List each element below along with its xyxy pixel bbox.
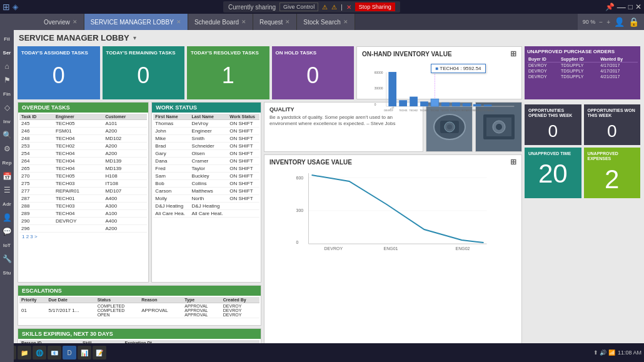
table-row[interactable]: 287TECH01A400 [19, 195, 147, 203]
taskbar-icon-4: D [67, 349, 71, 356]
table-row[interactable]: D&J HeatingD&J Heating [153, 203, 259, 210]
sidebar-item-7[interactable]: ⚙ [1, 143, 13, 155]
maximize-icon[interactable]: □ [628, 3, 633, 11]
sidebar-item-4[interactable]: ⚑ [1, 74, 13, 86]
bar-tech05[interactable] [441, 103, 450, 106]
bar-tech03[interactable] [420, 101, 428, 106]
bar-repair03[interactable] [473, 104, 481, 107]
tab-request-close[interactable]: ✕ [285, 19, 290, 25]
window-close-icon[interactable]: ✕ [635, 3, 641, 11]
wrench-icon: 🔧 [3, 254, 12, 263]
pin-icon[interactable]: 📌 [605, 3, 615, 11]
sidebar-item-5[interactable]: ◇ [1, 101, 13, 114]
give-control-button[interactable]: Give Control [279, 3, 318, 11]
overdue-tasks-header: OVERDUE TASKS [18, 103, 148, 113]
table-row[interactable]: BradSchneiderON SHIFT [153, 143, 259, 150]
tab-service-manager-close[interactable]: ✕ [176, 19, 181, 25]
user-icon[interactable]: 👤 [614, 17, 625, 27]
table-row[interactable]: DEVROYTDSUPPLY4/17/2017 [527, 63, 638, 69]
overdue-tasks-panel: OVERDUE TASKS Task ID Engineer Customer [18, 102, 149, 283]
minimize-icon[interactable]: — [617, 2, 626, 12]
work-status-content: First Name Last Name Work Status ThomasD… [152, 113, 261, 219]
table-row[interactable]: DEVROYTDSUPPLY4/17/2017 [527, 68, 638, 74]
table-row[interactable]: 270TECH05H108 [19, 173, 147, 180]
table-row[interactable]: GaryOlsenON SHIFT [153, 150, 259, 158]
sidebar-item-rep[interactable]: Rep [1, 156, 13, 169]
tab-request[interactable]: Request ✕ [253, 14, 297, 30]
usage-chart-expand[interactable]: ⊞ [510, 158, 516, 166]
chart-expand-icon[interactable]: ⊞ [510, 49, 516, 58]
table-row[interactable]: 245TECH05A101 [19, 120, 147, 128]
table-row[interactable]: 277REPAIR01MD107 [19, 188, 147, 195]
overdue-work-row: OVERDUE TASKS Task ID Engineer Customer [18, 102, 261, 283]
sidebar-item-11[interactable]: 💬 [1, 225, 13, 238]
sidebar-item-stu[interactable]: Stu [1, 266, 13, 279]
tab-overview-close[interactable]: ✕ [73, 19, 78, 25]
taskbar-item-2[interactable]: 🌐 [33, 346, 46, 359]
title-dropdown-arrow[interactable]: ▾ [133, 34, 136, 41]
table-row[interactable]: 275TECH03IT108 [19, 180, 147, 188]
table-row[interactable]: 253TECH02A200 [19, 143, 147, 150]
warning-icon: ⚠ [322, 4, 328, 11]
table-row[interactable]: 296A200 [19, 225, 147, 233]
close-icon[interactable]: ✕ [346, 4, 351, 11]
unapproved-expenses-box: UNAPPROVED EXPENSES 2 [584, 148, 641, 198]
sidebar-item-fin[interactable]: Fin [1, 88, 13, 100]
stop-sharing-button[interactable]: Stop Sharing [355, 3, 395, 11]
bar-tech04[interactable] [431, 99, 439, 106]
bar-repair04[interactable] [484, 104, 492, 106]
table-row[interactable]: BobCollinsON SHIFT [153, 180, 259, 188]
lock-icon[interactable]: 🔒 [628, 17, 639, 27]
sidebar-item-ser[interactable]: Ser [1, 46, 13, 59]
table-row[interactable]: DEVROYTDSUPPLY4/21/2017 [527, 74, 638, 79]
tab-service-manager[interactable]: SERVICE MANAGER LOBBY ✕ [84, 14, 188, 30]
sidebar-item-6[interactable]: 🔍 [1, 129, 13, 141]
table-row[interactable]: DanaCramerON SHIFT [153, 158, 259, 165]
table-row[interactable]: Ali Care Hea.All Care Heat. [153, 210, 259, 218]
tab-stock-search-close[interactable]: ✕ [343, 19, 348, 25]
bar-tech01[interactable] [399, 100, 407, 106]
tab-schedule-board-close[interactable]: ✕ [241, 19, 246, 25]
sidebar-item-iot[interactable]: IoT [1, 239, 13, 251]
table-row[interactable]: SamBuckleyON SHIFT [153, 173, 259, 180]
sidebar-item-12[interactable]: 🔧 [1, 253, 13, 265]
bar-fse[interactable] [388, 72, 396, 106]
table-row[interactable]: 246FSM01A200 [19, 128, 147, 135]
sidebar-item-adr[interactable]: Adr [1, 198, 13, 210]
table-row[interactable]: 254TECH04A200 [19, 150, 147, 158]
plus-icon[interactable]: + [606, 19, 610, 26]
table-row[interactable]: CarsonMatthewsON SHIFT [153, 188, 259, 195]
table-row[interactable]: 290DEVROYA400 [19, 218, 147, 225]
table-row[interactable]: MollyNorthON SHIFT [153, 195, 259, 203]
table-row[interactable]: 265TECH04MD139 [19, 165, 147, 173]
table-row[interactable]: 248TECH04MD102 [19, 135, 147, 143]
bar-tech02[interactable] [410, 97, 418, 107]
bar-repair02[interactable] [463, 103, 471, 106]
minus-icon[interactable]: − [599, 19, 603, 26]
taskbar-item-5[interactable]: 📊 [78, 346, 91, 359]
sidebar-item-8[interactable]: 📅 [1, 170, 13, 183]
sidebar-item-9[interactable]: ☰ [1, 184, 13, 196]
taskbar-item-4[interactable]: D [63, 346, 76, 359]
table-row[interactable]: MikeSmithON SHIFT [153, 135, 259, 143]
overdue-pagination[interactable]: 1 2 3 > [19, 233, 147, 241]
sidebar-fil-label: Fil [4, 36, 9, 42]
sidebar-item-3[interactable]: ⌂ [1, 60, 13, 73]
taskbar-item-6[interactable]: 📝 [93, 346, 106, 359]
tooltip-text: TECH04 : 9592.54 [440, 66, 481, 71]
taskbar-item-3[interactable]: 📧 [48, 346, 61, 359]
table-row[interactable]: ThomasDeVroyON SHIFT [153, 120, 259, 128]
table-row[interactable]: JohnEngineerON SHIFT [153, 128, 259, 135]
sidebar-item-fil[interactable]: Fil [1, 33, 13, 45]
sidebar-item-10[interactable]: 👤 [1, 211, 13, 224]
table-row[interactable]: 289TECH04A100 [19, 210, 147, 218]
tab-overview[interactable]: Overview ✕ [38, 14, 84, 30]
tab-schedule-board[interactable]: Schedule Board ✕ [188, 14, 253, 30]
bar-repair01[interactable] [452, 103, 460, 106]
table-row[interactable]: FredTaylorON SHIFT [153, 165, 259, 173]
table-row[interactable]: 264TECH04MD139 [19, 158, 147, 165]
tab-stock-search[interactable]: Stock Search ✕ [297, 14, 355, 30]
taskbar-item-1[interactable]: 📁 [18, 346, 31, 359]
sidebar-item-inv[interactable]: Inv [1, 115, 13, 128]
table-row[interactable]: 288TECH03A300 [19, 203, 147, 210]
